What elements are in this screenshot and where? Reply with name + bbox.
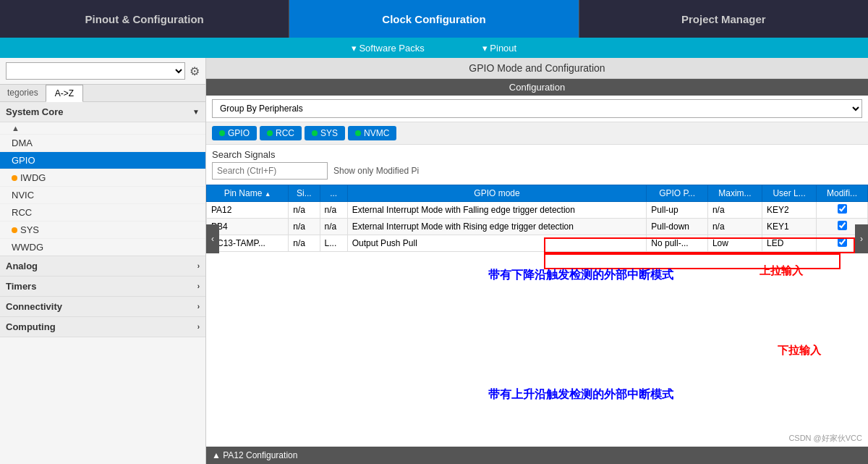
cell-pb4-gpiop: Pull-down	[647, 219, 708, 235]
cell-pc13-mode: Output Push Pull	[347, 235, 647, 252]
sidebar: ⚙ tegories A->Z System Core ▼ ▲ DMA GPIO	[0, 58, 206, 464]
cell-pa12-col3: n/a	[320, 202, 347, 219]
table-row: PB4 n/a n/a External Interrupt Mode with…	[207, 219, 868, 235]
warning-dot-iwdg	[12, 175, 17, 181]
cell-pb4-maxim: n/a	[707, 219, 762, 235]
rcc-dot	[267, 130, 273, 136]
chevron-right-icon: ›	[860, 234, 863, 244]
cell-pa12-userl: KEY2	[762, 202, 816, 219]
th-user-l[interactable]: User L...	[762, 185, 816, 202]
scroll-left-arrow[interactable]: ‹	[206, 224, 219, 253]
cell-pa12-mode: External Interrupt Mode with Falling edg…	[347, 202, 647, 219]
chevron-right-connectivity: ›	[197, 303, 200, 311]
scroll-right-arrow[interactable]: ›	[855, 224, 868, 253]
chevron-right-timers: ›	[197, 282, 200, 290]
cell-pb4-col3: n/a	[320, 219, 347, 235]
config-header: Configuration	[206, 79, 868, 96]
cell-pa12-modifi[interactable]	[817, 202, 868, 219]
th-gpio-p[interactable]: GPIO P...	[647, 185, 708, 202]
th-col3[interactable]: ...	[320, 185, 347, 202]
sidebar-item-connectivity[interactable]: Connectivity ›	[0, 297, 205, 317]
gpio-table: Pin Name ▲ Si... ... GPIO mode GPIO P...	[206, 185, 868, 252]
nav-project[interactable]: Project Manager	[579, 0, 868, 38]
show-modified-label: Show only Modified Pi	[333, 166, 419, 176]
tab-buttons-row: GPIO RCC SYS NVMC	[206, 122, 868, 145]
cell-pa12-si: n/a	[289, 202, 320, 219]
sidebar-item-nvic[interactable]: NVIC	[0, 187, 205, 204]
sub-nav: ▾ Software Packs ▾ Pinout	[0, 38, 868, 58]
annotation-box-row2	[544, 253, 841, 269]
sidebar-item-gpio[interactable]: GPIO	[0, 152, 205, 169]
sidebar-item-wwdg[interactable]: WWDG	[0, 239, 205, 256]
cell-pc13-gpiop: No pull-...	[647, 235, 708, 252]
th-gpio-mode[interactable]: GPIO mode	[347, 185, 647, 202]
chevron-right-computing: ›	[197, 323, 200, 331]
chevron-left-icon: ‹	[211, 234, 214, 244]
th-pin-name[interactable]: Pin Name ▲	[207, 185, 289, 202]
cell-pc13-userl: LED	[762, 235, 816, 252]
table-wrapper: Pin Name ▲ Si... ... GPIO mode GPIO P...	[206, 185, 868, 252]
cell-pc13-col3: L...	[320, 235, 347, 252]
th-modifi[interactable]: Modifi...	[817, 185, 868, 202]
sidebar-item-analog[interactable]: Analog ›	[0, 256, 205, 277]
cell-pb4-si: n/a	[289, 219, 320, 235]
table-row: PC13-TAMP... n/a L... Output Push Pull N…	[207, 235, 868, 252]
content-header: GPIO Mode and Configuration	[206, 58, 868, 79]
gpio-dot	[219, 130, 225, 136]
warning-dot-sys	[12, 227, 17, 233]
system-core-section[interactable]: System Core ▼	[0, 102, 205, 122]
cell-pc13-si: n/a	[289, 235, 320, 252]
tab-btn-gpio[interactable]: GPIO	[212, 126, 257, 140]
cell-pb4-userl: KEY1	[762, 219, 816, 235]
search-row: Show only Modified Pi	[212, 162, 862, 180]
search-input[interactable]	[212, 162, 328, 180]
sidebar-item-dma[interactable]: DMA	[0, 135, 205, 152]
sidebar-tabs: tegories A->Z	[0, 85, 205, 102]
tab-btn-nvmc[interactable]: NVMC	[348, 126, 396, 140]
nav-pinout[interactable]: Pinout & Configuration	[0, 0, 289, 38]
cell-pa12-name: PA12	[207, 202, 289, 219]
table-row: PA12 n/a n/a External Interrupt Mode wit…	[207, 202, 868, 219]
sidebar-item-computing[interactable]: Computing ›	[0, 317, 205, 337]
th-si[interactable]: Si...	[289, 185, 320, 202]
sidebar-dropdown[interactable]	[6, 62, 185, 80]
tab-btn-sys[interactable]: SYS	[305, 126, 345, 140]
search-signals-label: Search Signals	[212, 149, 862, 160]
nvmc-dot	[355, 130, 361, 136]
annotation-pull-down: 下拉输入	[778, 344, 821, 358]
gear-icon[interactable]: ⚙	[190, 64, 200, 78]
chevron-down-icon: ▼	[192, 108, 200, 116]
search-section: Search Signals Show only Modified Pi	[206, 145, 868, 182]
tab-atoz[interactable]: A->Z	[46, 85, 83, 102]
main-layout: ⚙ tegories A->Z System Core ▼ ▲ DMA GPIO	[0, 58, 868, 464]
chevron-right-analog: ›	[197, 262, 200, 270]
cell-pc13-maxim: Low	[707, 235, 762, 252]
sidebar-item-iwdg[interactable]: IWDG	[0, 169, 205, 187]
content-area: GPIO Mode and Configuration Configuratio…	[206, 58, 868, 464]
group-by-row: Group By Peripherals	[206, 96, 868, 122]
cell-pb4-mode: External Interrupt Mode with Rising edge…	[347, 219, 647, 235]
top-nav: Pinout & Configuration Clock Configurati…	[0, 0, 868, 38]
th-maxim[interactable]: Maxim...	[707, 185, 762, 202]
group-by-select[interactable]: Group By Peripherals	[212, 99, 862, 118]
annotation-pull-up: 上拉输入	[760, 264, 803, 278]
sidebar-item-rcc[interactable]: RCC	[0, 204, 205, 222]
tab-btn-rcc[interactable]: RCC	[260, 126, 302, 140]
sidebar-item-timers[interactable]: Timers ›	[0, 277, 205, 297]
cell-pa12-gpiop: Pull-up	[647, 202, 708, 219]
annotation-falling-edge: 带有下降沿触发检测的外部中断模式	[488, 268, 673, 283]
watermark: CSDN @好家伙VCC	[788, 433, 862, 444]
annotation-rising-edge: 带有上升沿触发检测的外部中断模式	[488, 387, 673, 402]
cell-pa12-maxim: n/a	[707, 202, 762, 219]
sidebar-top-row: ⚙	[0, 58, 205, 85]
sys-dot	[312, 130, 318, 136]
sub-nav-software-packs[interactable]: ▾ Software Packs	[352, 43, 425, 54]
sort-indicator: ▲	[0, 122, 205, 135]
sub-nav-pinout[interactable]: ▾ Pinout	[482, 43, 516, 54]
tab-categories[interactable]: tegories	[0, 85, 46, 101]
sidebar-item-sys[interactable]: SYS	[0, 222, 205, 239]
footer-section[interactable]: ▲ PA12 Configuration	[206, 447, 868, 464]
nav-clock[interactable]: Clock Configuration	[289, 0, 579, 38]
